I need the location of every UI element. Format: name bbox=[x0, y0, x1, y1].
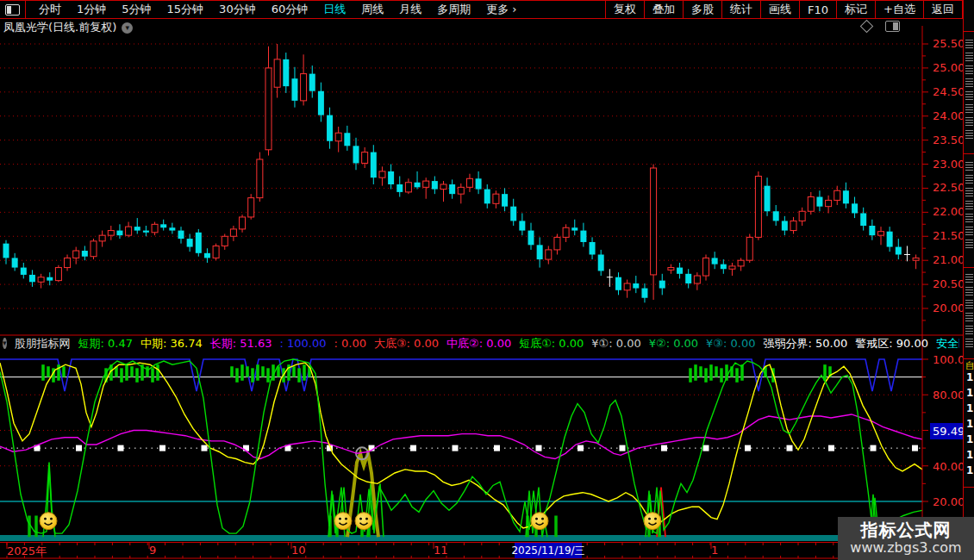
candle-down bbox=[869, 226, 875, 235]
candle-down bbox=[633, 283, 639, 289]
indicator-collapse-icon[interactable]: ▾ bbox=[3, 338, 7, 349]
toolbar-button-统计[interactable]: 统计 bbox=[721, 1, 760, 18]
candle-up bbox=[55, 268, 61, 281]
candle-up bbox=[703, 258, 709, 276]
candle-down bbox=[484, 190, 490, 204]
clipped-glyph-fragment bbox=[965, 287, 973, 296]
period-tab-30分钟[interactable]: 30分钟 bbox=[211, 2, 264, 17]
candle-up bbox=[222, 236, 228, 246]
indicator-value-v3: : 100.00 bbox=[279, 337, 326, 350]
toolbar-right-buttons: 复权叠加多股统计画线F10标记+自选返回 bbox=[605, 1, 963, 18]
candle-up bbox=[563, 227, 569, 237]
candle-up bbox=[240, 217, 246, 229]
clipped-glyph-fragment bbox=[965, 227, 973, 235]
candle-down bbox=[449, 184, 455, 194]
indicator-value-短底①: 短底①: 0.00 bbox=[519, 336, 584, 351]
midline-square-marker bbox=[202, 445, 208, 451]
candle-down bbox=[590, 242, 596, 255]
clipped-digit: 1 bbox=[966, 465, 973, 476]
period-tab-15分钟[interactable]: 15分钟 bbox=[159, 2, 212, 17]
midline-square-marker bbox=[871, 445, 877, 451]
candle-down bbox=[143, 231, 149, 233]
indicator-value-大底③: 大底③: 0.00 bbox=[374, 336, 439, 351]
clipped-glyph-fragment bbox=[965, 201, 973, 209]
candle-up bbox=[651, 168, 657, 275]
candle-down bbox=[283, 59, 289, 86]
period-tab-月线[interactable]: 月线 bbox=[391, 2, 429, 17]
period-toolbar: 分时1分钟5分钟15分钟30分钟60分钟日线周线月线多周期更多 › 复权叠加多股… bbox=[0, 0, 974, 19]
pane-split-icon[interactable] bbox=[885, 21, 900, 32]
candle-up bbox=[878, 232, 884, 235]
candle-down bbox=[29, 275, 35, 282]
candle-down bbox=[580, 231, 586, 242]
toolbar-button-F10[interactable]: F10 bbox=[799, 1, 836, 18]
toolbar-button-+自选[interactable]: +自选 bbox=[875, 1, 923, 18]
smiley-buy-signal-icon bbox=[334, 513, 352, 530]
period-tab-5分钟[interactable]: 5分钟 bbox=[114, 2, 159, 17]
clipped-glyph-fragment bbox=[965, 104, 973, 113]
trading-app-window: 分时1分钟5分钟15分钟30分钟60分钟日线周线月线多周期更多 › 复权叠加多股… bbox=[0, 0, 974, 560]
candle-down bbox=[204, 253, 210, 258]
midline-square-marker bbox=[578, 445, 584, 451]
candle-down bbox=[659, 281, 665, 289]
period-tab-更多 ›[interactable]: 更多 › bbox=[478, 2, 524, 17]
period-tab-60分钟[interactable]: 60分钟 bbox=[264, 2, 316, 17]
indicator-value-中底②: 中底②: 0.00 bbox=[446, 336, 511, 351]
clipped-glyph-fragment bbox=[965, 300, 973, 308]
period-tab-分时[interactable]: 分时 bbox=[31, 2, 69, 17]
toolbar-button-标记[interactable]: 标记 bbox=[836, 1, 875, 18]
period-tab-日线[interactable]: 日线 bbox=[315, 2, 353, 17]
candle-down bbox=[371, 152, 377, 178]
chart-canvas[interactable] bbox=[0, 0, 974, 560]
period-tab-多周期[interactable]: 多周期 bbox=[429, 2, 478, 17]
clipped-glyph-fragment bbox=[965, 188, 973, 196]
chart-title-row: 凤凰光学(日线.前复权) ▾ bbox=[3, 21, 133, 34]
candle-up bbox=[668, 268, 674, 271]
toolbar-button-多股[interactable]: 多股 bbox=[683, 1, 721, 18]
title-chevron-down-icon[interactable]: ▾ bbox=[122, 22, 133, 34]
toolbar-button-画线[interactable]: 画线 bbox=[760, 1, 799, 18]
candle-down bbox=[309, 74, 315, 91]
midline-square-marker bbox=[745, 445, 751, 451]
clipped-glyph-fragment bbox=[965, 313, 973, 321]
midline-square-marker bbox=[453, 445, 459, 451]
candle-up bbox=[405, 183, 411, 192]
midline-square-marker bbox=[912, 445, 918, 451]
candle-up bbox=[126, 227, 132, 235]
toolbar-button-叠加[interactable]: 叠加 bbox=[644, 1, 683, 18]
candle-up bbox=[729, 266, 735, 269]
period-tab-1分钟[interactable]: 1分钟 bbox=[69, 2, 114, 17]
candle-down bbox=[187, 239, 193, 246]
candle-down bbox=[415, 183, 421, 188]
diamond-icon[interactable] bbox=[860, 20, 874, 34]
candle-up bbox=[91, 241, 97, 257]
bottom-teal-band bbox=[0, 535, 922, 541]
watermark: 指标公式网 www.zbgs3.com bbox=[838, 517, 974, 560]
candle-up bbox=[458, 187, 464, 194]
candle-down bbox=[712, 258, 718, 264]
candle-down bbox=[21, 268, 27, 275]
candle-up bbox=[230, 229, 236, 236]
toolbar-button-返回[interactable]: 返回 bbox=[923, 1, 963, 18]
candle-down bbox=[571, 227, 578, 230]
clipped-digit: 1 bbox=[966, 450, 973, 460]
period-tab-周线[interactable]: 周线 bbox=[353, 2, 391, 17]
midline-square-marker bbox=[787, 445, 793, 451]
highlighted-date-badge: 2025/11/19/三 bbox=[515, 543, 582, 558]
candle-down bbox=[169, 227, 175, 230]
candle-up bbox=[257, 159, 263, 198]
period-tabs: 分时1分钟5分钟15分钟30分钟60分钟日线周线月线多周期更多 › bbox=[26, 2, 605, 17]
candle-up bbox=[423, 181, 429, 187]
candle-down bbox=[318, 91, 324, 115]
candle-up bbox=[790, 221, 796, 230]
candle-down bbox=[160, 224, 166, 227]
window-layout-button[interactable] bbox=[0, 1, 26, 18]
watermark-title: 指标公式网 bbox=[861, 520, 952, 539]
indicator-value-短期: 短期: 0.47 bbox=[78, 336, 133, 351]
toolbar-button-复权[interactable]: 复权 bbox=[605, 1, 644, 18]
indicator-value-警戒区: 警戒区: 90.00 bbox=[855, 336, 928, 351]
candle-down bbox=[773, 211, 779, 221]
midline-square-marker bbox=[620, 445, 626, 451]
candle-up bbox=[152, 224, 158, 232]
clipped-glyph-fragment bbox=[965, 53, 973, 61]
